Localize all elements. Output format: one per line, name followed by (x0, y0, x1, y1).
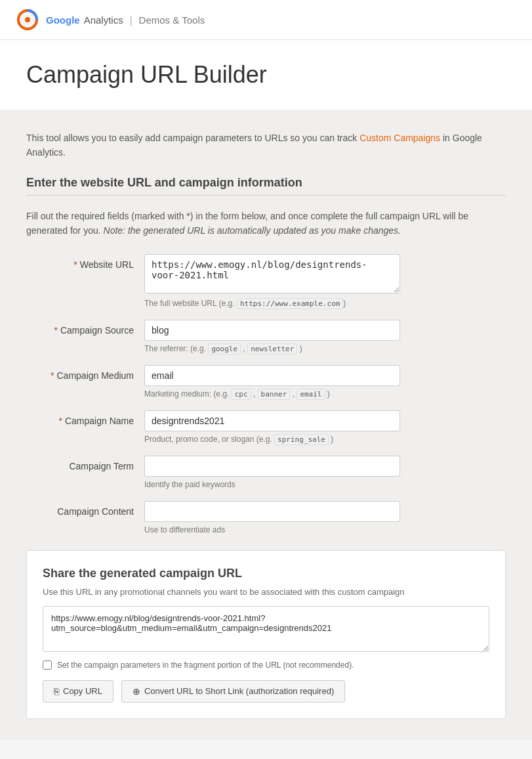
website-url-field-wrap: https://www.emogy.nl/blog/designtrends-v… (144, 254, 506, 308)
generated-url-textarea[interactable]: https://www.emogy.nl/blog/designtrends-v… (43, 606, 489, 652)
hint-email: email (297, 389, 325, 400)
page-title: Campaign URL Builder (26, 61, 506, 89)
header-brand: Google Analytics | Demos & Tools (46, 14, 205, 26)
fragment-checkbox-row: Set the campaign parameters in the fragm… (43, 661, 489, 670)
ga-logo-icon (16, 8, 39, 32)
required-star-medium: * (51, 370, 54, 381)
campaign-source-label: *Campaign Source (26, 320, 144, 336)
header-divider: | (130, 14, 133, 26)
share-title: Share the generated campaign URL (43, 567, 489, 580)
brand-analytics: Analytics (84, 14, 123, 26)
campaign-name-input[interactable] (144, 410, 400, 431)
hint-spring-sale: spring_sale (274, 434, 329, 445)
content-area: This tool allows you to easily add campa… (0, 110, 532, 740)
campaign-content-label: Campaign Content (26, 501, 144, 517)
header: Google Analytics | Demos & Tools (0, 0, 532, 40)
copy-url-button[interactable]: ⎘ Copy URL (43, 680, 113, 703)
campaign-medium-input[interactable] (144, 365, 400, 386)
convert-label: Convert URL to Short Link (authorization… (144, 686, 334, 696)
hint-google: google (208, 343, 241, 355)
required-star-source: * (54, 325, 57, 336)
campaign-term-label: Campaign Term (26, 456, 144, 471)
hint-newsletter: newsletter (247, 343, 297, 355)
share-box: Share the generated campaign URL Use thi… (26, 550, 506, 719)
campaign-content-field-wrap: Use to differentiate ads (144, 501, 506, 534)
required-star: * (73, 259, 77, 270)
website-url-row: *Website URL https://www.emogy.nl/blog/d… (26, 254, 506, 308)
header-demos: Demos & Tools (139, 14, 205, 26)
campaign-source-row: *Campaign Source The referrer: (e.g. goo… (26, 320, 506, 353)
hint-cpc: cpc (232, 389, 251, 400)
campaign-name-label: *Campaign Name (26, 410, 144, 426)
section-divider (26, 195, 506, 196)
campaign-name-row: *Campaign Name Product, promo code, or s… (26, 410, 506, 444)
convert-short-link-button[interactable]: ⊕ Convert URL to Short Link (authorizati… (121, 680, 345, 703)
campaign-name-hint: Product, promo code, or slogan (e.g. spr… (144, 435, 400, 444)
campaign-medium-row: *Campaign Medium Marketing medium: (e.g.… (26, 365, 506, 399)
svg-point-3 (25, 17, 30, 22)
page-title-section: Campaign URL Builder (0, 40, 532, 110)
campaign-name-field-wrap: Product, promo code, or slogan (e.g. spr… (144, 410, 506, 444)
action-buttons: ⎘ Copy URL ⊕ Convert URL to Short Link (… (43, 680, 489, 703)
brand-google: Google (46, 14, 80, 26)
campaign-content-hint: Use to differentiate ads (144, 525, 400, 534)
fill-instructions: Fill out the required fields (marked wit… (26, 209, 506, 238)
website-url-input[interactable]: https://www.emogy.nl/blog/designtrends-v… (144, 254, 400, 293)
campaign-source-input[interactable] (144, 320, 400, 341)
fill-note: Note: the generated URL is automatically… (104, 225, 401, 236)
campaign-term-row: Campaign Term Identify the paid keywords (26, 456, 506, 489)
copy-icon: ⎘ (54, 686, 59, 697)
link-icon: ⊕ (133, 686, 140, 697)
fragment-checkbox[interactable] (43, 661, 52, 670)
website-url-label: *Website URL (26, 254, 144, 270)
campaign-content-row: Campaign Content Use to differentiate ad… (26, 501, 506, 534)
campaign-medium-hint: Marketing medium: (e.g. cpc , banner , e… (144, 389, 400, 399)
custom-campaigns-link[interactable]: Custom Campaigns (359, 133, 440, 143)
campaign-source-field-wrap: The referrer: (e.g. google , newsletter … (144, 320, 506, 353)
hint-banner: banner (258, 389, 291, 400)
campaign-term-field-wrap: Identify the paid keywords (144, 456, 506, 489)
campaign-content-input[interactable] (144, 501, 400, 522)
website-url-hint: The full website URL (e.g. https://www.e… (144, 299, 400, 308)
campaign-medium-label: *Campaign Medium (26, 365, 144, 381)
section-title: Enter the website URL and campaign infor… (26, 176, 506, 190)
campaign-medium-field-wrap: Marketing medium: (e.g. cpc , banner , e… (144, 365, 506, 399)
campaign-source-hint: The referrer: (e.g. google , newsletter … (144, 344, 400, 353)
website-url-hint-code: https://www.example.com (237, 298, 343, 309)
share-desc: Use this URL in any promotional channels… (43, 587, 489, 597)
fragment-checkbox-label: Set the campaign parameters in the fragm… (57, 661, 354, 670)
intro-text: This tool allows you to easily add campa… (26, 131, 506, 160)
campaign-term-input[interactable] (144, 456, 400, 477)
copy-url-label: Copy URL (63, 686, 102, 696)
required-star-name: * (58, 416, 62, 426)
intro-before-link: This tool allows you to easily add campa… (26, 133, 359, 143)
logo-area (16, 8, 39, 32)
campaign-term-hint: Identify the paid keywords (144, 480, 400, 489)
